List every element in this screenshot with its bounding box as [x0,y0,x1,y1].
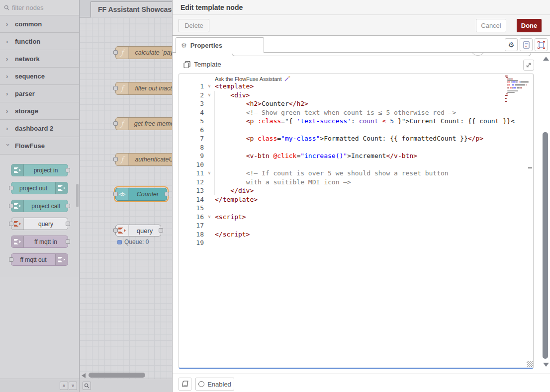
flow-node-calculate[interactable]: ƒ calculate `pay [115,46,172,59]
palette-node-project-in[interactable]: project in [11,164,68,176]
output-port[interactable] [66,168,70,172]
zoom-search-button[interactable] [83,382,91,390]
node-settings-button[interactable]: ⚙ [505,38,518,51]
done-button[interactable]: Done [517,19,542,32]
code-line[interactable]: 6 [179,126,533,135]
fold-chevron-icon[interactable]: ∨ [204,82,215,91]
flow-node-authenticate[interactable]: ƒ authenticateU [115,153,172,166]
node-label: filter out inacti [129,85,172,92]
fold-gutter [204,238,215,247]
fold-chevron-icon[interactable]: ∨ [204,91,215,100]
palette-node-label: query [24,221,68,228]
input-port[interactable] [113,228,118,233]
code-line[interactable]: 3 <h2>Counter</h2> [179,99,533,108]
docs-button[interactable] [179,378,191,391]
flow-node-query[interactable]: query [115,225,161,236]
input-port[interactable] [9,222,13,226]
template-code-editor[interactable]: Ask the FlowFuse Assistant 1∨<template>2… [179,74,534,369]
input-port[interactable] [9,186,13,190]
input-port[interactable] [113,50,118,55]
horizontal-scrollbar[interactable] [89,373,145,378]
code-line[interactable]: 16∨<script> [179,213,533,222]
palette-node-query[interactable]: query [11,218,68,230]
expand-editor-button[interactable] [523,60,534,71]
code-line[interactable]: 4 <!— Show green text when count is ≤ 5 … [179,108,533,117]
code-line[interactable]: 18</script> [179,230,533,239]
palette-node-project-call[interactable]: project call [11,200,68,212]
assistant-hint[interactable]: Ask the FlowFuse Assistant [215,76,290,82]
line-number: 14 [179,195,204,204]
code-line[interactable]: 12 with a suitible MDI icon —> [179,178,533,187]
palette-category-function[interactable]: › function [0,33,79,50]
flow-canvas[interactable]: ƒ calculate `pay ƒ filter out inacti ƒ g… [80,17,172,379]
palette-category-parser[interactable]: › parser [0,85,79,102]
scroll-left-arrow[interactable] [82,373,86,378]
collapse-all-button[interactable]: ∧ [60,382,68,390]
code-line[interactable]: 8 [179,143,533,152]
enabled-toggle[interactable]: Enabled [195,378,234,391]
code-line[interactable]: 7 <p class="my-class">Formatted Count: {… [179,134,533,143]
palette-node-ff-mqtt-out[interactable]: ff mqtt out [11,253,68,266]
input-port[interactable] [113,121,118,126]
input-port[interactable] [9,204,13,208]
tray-scroll-up-arrow[interactable] [543,57,549,61]
code-line[interactable]: 14</template> [179,195,533,204]
code-line[interactable]: 5 <p :class="{ 'text-success': count ≤ 5… [179,117,533,126]
output-port[interactable] [66,204,70,208]
palette-category-common[interactable]: › common [0,15,79,33]
node-description-button[interactable] [520,38,533,51]
output-port[interactable] [66,222,70,226]
code-text: <p class="my-class">Formatted Count: {{ … [215,134,533,143]
fold-gutter [204,178,215,187]
tab-properties[interactable]: ⚙ Properties [176,37,264,53]
code-line[interactable]: 15 [179,204,533,213]
palette-category-dashboard2[interactable]: › dashboard 2 [0,120,79,137]
edit-template-node-dialog: Edit template node Delete Cancel Done ⚙ … [172,0,550,392]
input-port[interactable] [9,257,13,262]
filter-nodes-input[interactable] [12,4,72,11]
line-number: 13 [179,186,204,195]
code-line[interactable]: 10 [179,160,533,169]
fold-chevron-icon[interactable]: ∨ [204,213,215,222]
node-appearance-button[interactable] [535,38,548,51]
palette-node-project-out[interactable]: project out [11,182,68,194]
fold-chevron-icon[interactable]: ∨ [204,169,215,178]
code-line[interactable]: 1∨<template> [179,82,533,91]
code-text: <template> [215,82,533,91]
code-text: <script> [215,213,533,222]
palette-scrollbar[interactable] [76,184,79,207]
flow-node-counter-selected[interactable]: </> Counter [115,188,167,201]
code-line[interactable]: 13 </div> [179,186,533,195]
editor-resize-handle[interactable] [527,361,533,367]
code-line[interactable]: 11∨ <!— If count is over 5 we should sho… [179,169,533,178]
code-line[interactable]: 9 <v-btn @click="increase()">Increment</… [179,152,533,160]
output-port[interactable] [66,239,70,244]
tab-ff-assistant-showcase[interactable]: FF Assistant Showcase [91,1,172,17]
category-label: parser [15,90,35,97]
palette-category-storage[interactable]: › storage [0,102,79,120]
input-port[interactable] [113,86,118,90]
input-port[interactable] [113,192,118,196]
tray-scroll-down-arrow[interactable] [543,363,549,367]
fold-gutter [204,108,215,117]
palette-node-ff-mqtt-in[interactable]: ff mqtt in [11,235,68,248]
output-port[interactable] [159,228,163,233]
minimap[interactable] [505,76,529,104]
expand-all-button[interactable]: ∨ [69,382,77,390]
input-port[interactable] [113,157,118,161]
delete-button[interactable]: Delete [179,19,209,32]
tray-scrollbar-thumb[interactable] [543,132,548,359]
code-line[interactable]: 2∨ <div> [179,91,533,100]
flow-node-getfreemem[interactable]: ƒ get free memo [115,117,172,130]
palette-category-flowfuse[interactable]: › FlowFuse [0,137,79,155]
code-line[interactable]: 17 [179,221,533,230]
line-number: 8 [179,143,204,152]
flowfuse-icon [11,164,24,176]
flow-node-filter[interactable]: ƒ filter out inacti [115,82,172,95]
palette-category-sequence[interactable]: › sequence [0,68,79,85]
cancel-button[interactable]: Cancel [476,19,506,32]
chevron-right-icon: › [6,55,10,63]
code-line[interactable]: 19 [179,238,533,247]
output-port[interactable] [165,192,169,196]
palette-category-network[interactable]: › network [0,50,79,68]
